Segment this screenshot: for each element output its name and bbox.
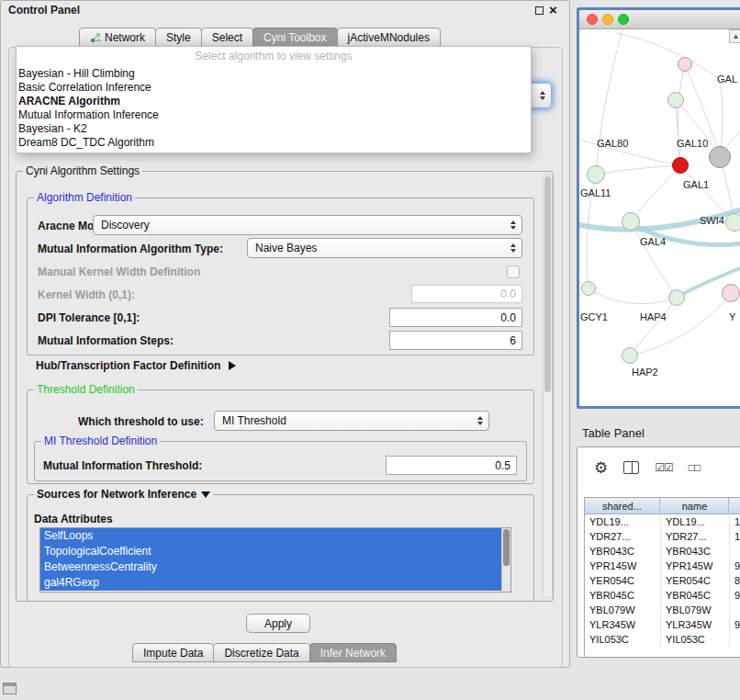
- tab-discretize-data[interactable]: Discretize Data: [213, 643, 309, 662]
- close-icon[interactable]: ×: [549, 2, 557, 17]
- table-cell[interactable]: YPR145W: [660, 559, 729, 573]
- mi-threshold-field[interactable]: 0.5: [386, 456, 517, 475]
- scrollbar-thumb[interactable]: [544, 176, 551, 392]
- column-header[interactable]: shared...: [585, 498, 660, 514]
- dropdown-item-selected[interactable]: ARACNE Algorithm: [17, 95, 531, 108]
- table-cell[interactable]: YBL079W: [660, 603, 729, 617]
- network-node[interactable]: [725, 213, 740, 231]
- tab-select[interactable]: Select: [201, 28, 253, 47]
- dropdown-item[interactable]: Bayesian - Hill Climbing: [17, 67, 531, 81]
- scrollbar-thumb[interactable]: [503, 529, 510, 566]
- gear-icon[interactable]: ⚙: [594, 460, 608, 476]
- table-cell[interactable]: [729, 603, 740, 617]
- dropdown-item[interactable]: Bayesian - K2: [17, 122, 531, 136]
- mi-steps-field[interactable]: 6: [389, 331, 522, 350]
- attribute-item-selected[interactable]: SelfLoops: [40, 528, 510, 544]
- combo-stepper-icon: [477, 416, 483, 425]
- network-node[interactable]: [668, 289, 685, 306]
- table-row[interactable]: YBL079W YBL079W: [585, 603, 740, 617]
- table-cell[interactable]: [729, 544, 740, 559]
- close-traffic-light-icon[interactable]: [587, 14, 598, 25]
- table-cell[interactable]: YIL053C: [585, 632, 660, 647]
- control-panel-titlebar[interactable]: Control Panel ×: [1, 1, 569, 20]
- table-row[interactable]: YER054C YER054C 8...: [585, 573, 740, 588]
- aracne-mode-combo[interactable]: Discovery: [93, 215, 522, 235]
- table-cell[interactable]: YDR27...: [660, 529, 729, 544]
- minimize-traffic-light-icon[interactable]: [602, 14, 613, 25]
- network-window-titlebar[interactable]: [579, 10, 740, 29]
- table-cell[interactable]: YDL19...: [660, 514, 729, 529]
- network-node[interactable]: [678, 57, 692, 72]
- table-cell[interactable]: YER054C: [585, 573, 660, 588]
- network-node-selected[interactable]: [672, 157, 689, 174]
- sources-toggle[interactable]: Sources for Network Inference: [34, 488, 213, 501]
- column-header[interactable]: [729, 498, 740, 514]
- table-cell[interactable]: 8...: [729, 573, 740, 588]
- settings-scrollbar[interactable]: [543, 174, 553, 599]
- table-cell[interactable]: YBR043C: [660, 544, 729, 559]
- dropdown-item[interactable]: Basic Correlation Inference: [17, 81, 531, 95]
- table-row[interactable]: YIL053C YIL053C: [585, 632, 740, 647]
- manual-kernel-checkbox[interactable]: [507, 265, 520, 278]
- select-all-icon[interactable]: ☑☑: [655, 461, 673, 474]
- table-cell[interactable]: 12...: [729, 529, 740, 544]
- network-node[interactable]: [622, 347, 638, 364]
- mi-type-combo[interactable]: Naive Bayes: [247, 238, 522, 258]
- network-node[interactable]: [722, 284, 740, 302]
- table-cell[interactable]: YER054C: [660, 573, 729, 588]
- column-selector-icon[interactable]: [623, 461, 639, 474]
- table-row[interactable]: YDL19... YDL19... 13...: [585, 514, 740, 529]
- table-cell[interactable]: 9...: [729, 559, 740, 573]
- column-header[interactable]: name: [660, 498, 729, 514]
- network-node[interactable]: [622, 212, 640, 231]
- dropdown-item[interactable]: Dream8 DC_TDC Algorithm: [17, 136, 531, 150]
- table-cell[interactable]: 13...: [729, 514, 740, 529]
- table-cell[interactable]: YIL053C: [660, 632, 729, 647]
- dpi-tolerance-field[interactable]: 0.0: [389, 308, 522, 327]
- attribute-item-selected[interactable]: gal4RGexp: [40, 575, 510, 591]
- network-canvas[interactable]: GAL80 GAL10 GAL1 GAL11 SWI4 GAL4 GCY1 HA…: [579, 29, 740, 405]
- table-cell[interactable]: YDR27...: [585, 529, 660, 544]
- hub-tf-label: Hub/Transcription Factor Definition: [36, 359, 220, 372]
- threshold-combo[interactable]: MI Threshold: [214, 411, 489, 431]
- attributes-scrollbar[interactable]: [501, 528, 510, 592]
- table-row[interactable]: YDR27... YDR27... 12...: [585, 529, 740, 544]
- table-cell[interactable]: YBR045C: [660, 588, 729, 603]
- apply-button[interactable]: Apply: [246, 614, 310, 633]
- table-cell[interactable]: YDL19...: [585, 514, 660, 529]
- table-cell[interactable]: YBR043C: [585, 544, 660, 559]
- table-cell[interactable]: YLR345W: [660, 617, 729, 632]
- tab-infer-network[interactable]: Infer Network: [309, 643, 397, 662]
- table-row[interactable]: YPR145W YPR145W 9...: [585, 559, 740, 573]
- attribute-item-selected[interactable]: BetweennessCentrality: [40, 559, 510, 575]
- float-window-icon[interactable]: [535, 6, 544, 15]
- tab-impute-data[interactable]: Impute Data: [132, 643, 214, 662]
- tab-cyni-toolbox[interactable]: Cyni Toolbox: [252, 28, 337, 47]
- table-cell[interactable]: 9...: [729, 588, 740, 603]
- network-node[interactable]: [667, 92, 684, 108]
- network-node[interactable]: [581, 281, 596, 296]
- table-cell[interactable]: 9...: [729, 617, 740, 632]
- tab-style[interactable]: Style: [155, 28, 202, 47]
- table-cell[interactable]: YBR045C: [585, 588, 660, 603]
- table-row[interactable]: YBR045C YBR045C 9...: [585, 588, 740, 603]
- table-cell[interactable]: YBL079W: [585, 603, 660, 617]
- deselect-all-icon[interactable]: □□: [689, 461, 701, 474]
- attribute-item-selected[interactable]: TopologicalCoefficient: [40, 544, 510, 559]
- table-cell[interactable]: YLR345W: [585, 617, 660, 632]
- table-cell[interactable]: YPR145W: [585, 559, 660, 573]
- table-row[interactable]: YLR345W YLR345W 9...: [585, 617, 740, 632]
- collapsed-panel-icon[interactable]: [3, 683, 17, 694]
- network-node[interactable]: [587, 165, 605, 184]
- zoom-traffic-light-icon[interactable]: [618, 14, 629, 25]
- network-node[interactable]: [709, 146, 731, 168]
- canvas-scroll-up-button[interactable]: ▲: [729, 29, 740, 43]
- dropdown-item[interactable]: Mutual Information Inference: [17, 108, 531, 122]
- table-row[interactable]: YBR043C YBR043C: [585, 544, 740, 559]
- kernel-width-field[interactable]: 0.0: [411, 285, 522, 303]
- node-label: GCY1: [580, 311, 608, 322]
- tab-network[interactable]: Network: [79, 28, 156, 47]
- hub-tf-definition-toggle[interactable]: Hub/Transcription Factor Definition: [36, 359, 236, 372]
- table-cell[interactable]: [729, 632, 740, 647]
- tab-jactivemnodules[interactable]: jActiveMNodules: [337, 28, 441, 47]
